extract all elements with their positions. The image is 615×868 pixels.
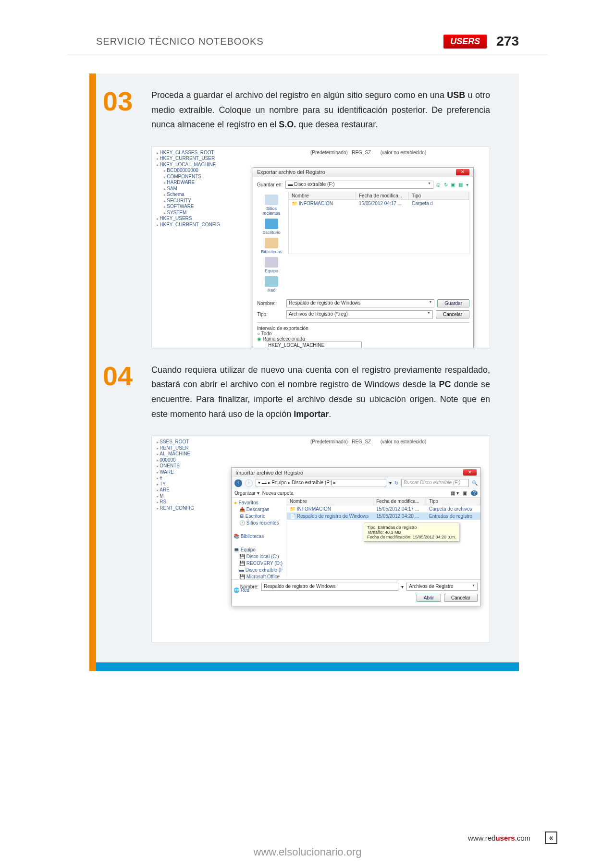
place-libraries[interactable]: Bibliotecas	[257, 238, 286, 254]
step-number: 03	[96, 88, 139, 132]
search-input[interactable]: Buscar Disco extraíble (F:)	[401, 479, 469, 487]
search-icon[interactable]: 🔍	[472, 480, 478, 486]
save-in-label: Guardar en:	[257, 182, 283, 187]
save-in-combo[interactable]: ▬ Disco extraíble (F:)	[285, 181, 433, 189]
save-button[interactable]: Guardar	[437, 299, 469, 307]
back-nav-icon[interactable]: ‹	[234, 479, 242, 487]
page-header: SERVICIO TÉCNICO NOTEBOOKS USERS 273	[67, 34, 548, 54]
brand-badge: USERS	[443, 35, 487, 49]
blue-accent-bar	[96, 662, 519, 671]
filetype-combo[interactable]: Archivos de Registro (*.reg)	[286, 310, 433, 318]
close-icon[interactable]: ✕	[463, 469, 477, 476]
new-folder-button[interactable]: Nueva carpeta	[262, 490, 294, 496]
back-arrow-icon: «	[545, 831, 557, 844]
list-item[interactable]: 📁 INFORMACION 15/05/2012 04:17 ... Carpe…	[289, 200, 469, 207]
nav-tree: Favoritos 📥 Descargas 🖥 Escritorio 🕘 Sit…	[232, 498, 287, 579]
place-computer[interactable]: Equipo	[257, 257, 286, 273]
list-item[interactable]: 📁 INFORMACION 15/05/2012 04:17 ... Carpe…	[287, 505, 480, 513]
list-item-selected[interactable]: 📄 Respaldo de registro de Windows 15/05/…	[287, 513, 480, 520]
scope-all-radio[interactable]: Todo	[257, 331, 469, 336]
toolbar-icons[interactable]: ◵ ↻ ▣ ▦ ▾	[436, 182, 469, 187]
breadcrumb[interactable]: ▾ ▬ ▸ Equipo ▸ Disco extraíble (F:) ▸	[256, 479, 386, 487]
branch-input[interactable]: HKEY_LOCAL_MACHINE	[266, 342, 362, 348]
registry-tree: SSES_ROOT RENT_USER AL_MACHINE 000000 ON…	[157, 439, 194, 511]
place-recent[interactable]: Sitios recientes	[257, 195, 286, 216]
cancel-button[interactable]: Cancelar	[436, 310, 469, 318]
export-scope-group: Intervalo de exportación Todo Rama selec…	[257, 322, 469, 348]
organize-menu[interactable]: Organizar ▾	[234, 490, 259, 496]
cancel-button[interactable]: Cancelar	[444, 594, 478, 602]
dialog-title: Importar archivo del Registro	[235, 470, 303, 476]
watermark: www.elsolucionario.org	[0, 846, 615, 858]
book-section-title: SERVICIO TÉCNICO NOTEBOOKS	[96, 36, 264, 47]
close-icon[interactable]: ✕	[456, 169, 469, 175]
file-list[interactable]: Nombre Fecha de modifica... Tipo 📁 INFOR…	[288, 192, 469, 254]
step-text: Cuando requiera utilizar de nuevo una cu…	[151, 363, 490, 421]
step-04: 04 Cuando requiera utilizar de nuevo una…	[96, 363, 490, 421]
file-tooltip: Tipo: Entradas de registro Tamaño: 40.3 …	[364, 523, 459, 542]
import-registry-screenshot: SSES_ROOT RENT_USER AL_MACHINE 000000 ON…	[151, 436, 490, 642]
dialog-title: Exportar archivo del Registro	[257, 169, 325, 175]
scope-selected-radio[interactable]: Rama seleccionada	[257, 336, 469, 342]
orange-accent-bar	[89, 73, 96, 671]
default-value-row: (Predeterminado) REG_SZ (valor no establ…	[310, 439, 426, 444]
page-footer: www.redusers.com «	[0, 831, 615, 844]
filename-input[interactable]: Respaldo de registro de Windows	[286, 299, 434, 307]
refresh-icon[interactable]: ↻	[394, 480, 398, 486]
step-number: 04	[96, 363, 139, 421]
registry-tree: HKEY_CLASSES_ROOT HKEY_CURRENT_USER HKEY…	[157, 150, 220, 228]
places-bar: Sitios recientes Escritorio Bibliotecas …	[257, 192, 286, 295]
place-network[interactable]: Red	[257, 276, 286, 293]
export-dialog: Exportar archivo del Registro ✕ Guardar …	[253, 167, 474, 348]
step-03: 03 Proceda a guardar el archivo del regi…	[96, 88, 490, 132]
filetype-combo[interactable]: Archivos de Registro	[406, 583, 478, 591]
page-number: 273	[496, 34, 519, 49]
place-desktop[interactable]: Escritorio	[257, 219, 286, 235]
forward-nav-icon[interactable]: ›	[245, 479, 253, 487]
import-dialog: Importar archivo del Registro ✕ ‹ › ▾ ▬ …	[231, 467, 481, 606]
footer-url: www.redusers.com	[468, 834, 530, 842]
filename-input[interactable]: Respaldo de registro de Windows	[261, 583, 398, 591]
step-text: Proceda a guardar el archivo del registr…	[151, 88, 490, 132]
open-button[interactable]: Abrir	[417, 594, 441, 602]
export-registry-screenshot: HKEY_CLASSES_ROOT HKEY_CURRENT_USER HKEY…	[151, 147, 490, 348]
view-icons[interactable]: ▦ ▾ ▣ ?	[451, 490, 478, 496]
default-value-row: (Predeterminado) REG_SZ (valor no establ…	[310, 150, 426, 155]
